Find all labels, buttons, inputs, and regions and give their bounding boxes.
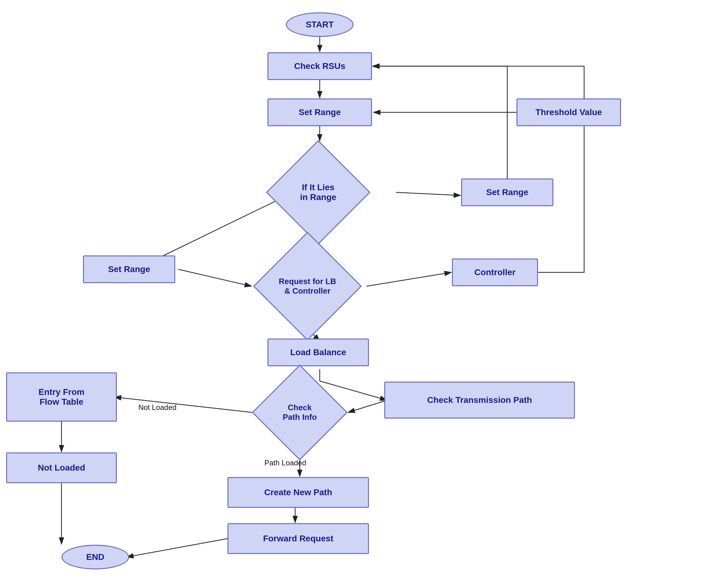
flowchart: START Check RSUs Set Range Threshold Val… <box>0 0 728 586</box>
create-path-node: Create New Path <box>228 477 369 508</box>
entry-flow-node: Entry From Flow Table <box>6 372 117 422</box>
set-range-3-node: Set Range <box>83 255 175 283</box>
start-node: START <box>286 12 354 37</box>
check-trans-node: Check Transmission Path <box>384 382 575 419</box>
svg-line-15 <box>114 397 252 412</box>
check-rsus-node: Check RSUs <box>267 52 372 80</box>
path-loaded-label: Path Loaded <box>264 459 306 467</box>
req-lb-diamond: Request for LB & Controller <box>246 240 369 333</box>
not-loaded-node: Not Loaded <box>6 453 117 483</box>
svg-line-7 <box>178 269 252 286</box>
controller-node: Controller <box>452 259 538 286</box>
threshold-node: Threshold Value <box>517 98 621 126</box>
svg-line-14 <box>348 400 387 412</box>
svg-line-10 <box>366 272 451 286</box>
load-balance-node: Load Balance <box>267 339 369 366</box>
forward-req-node: Forward Request <box>228 523 369 554</box>
end-node: END <box>61 545 129 569</box>
svg-line-20 <box>127 539 228 557</box>
svg-line-5 <box>396 192 461 195</box>
not-loaded-label: Not Loaded <box>138 403 177 412</box>
set-range-1-node: Set Range <box>267 98 372 126</box>
set-range-2-node: Set Range <box>461 178 553 206</box>
if-in-range-diamond: If It Lies in Range <box>261 136 375 249</box>
check-path-diamond: Check Path Info <box>246 366 354 459</box>
